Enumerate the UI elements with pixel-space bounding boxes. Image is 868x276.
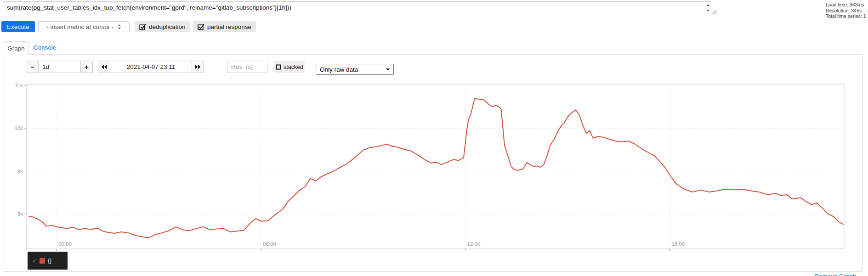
- svg-text:00:00: 00:00: [58, 241, 72, 247]
- legend-swatch-icon: [40, 258, 45, 264]
- insert-metric-label: - insert metric at cursor -: [46, 23, 113, 30]
- deduplication-button[interactable]: deduplication: [135, 21, 190, 32]
- partial-response-button[interactable]: partial response: [193, 21, 256, 32]
- chart-svg[interactable]: 8k9k10k11k00:0006:0012:0018:00: [0, 80, 868, 253]
- remove-graph-button[interactable]: Remove Graph: [814, 273, 857, 276]
- end-time-value: 2021-04-07 23:11: [127, 63, 176, 70]
- insert-metric-select[interactable]: - insert metric at cursor -: [38, 21, 130, 32]
- range-decrease-button[interactable]: −: [27, 61, 39, 73]
- select-caret-icon: [386, 68, 390, 71]
- query-stats: Load time: 363ms Resolution: 345s Total …: [826, 2, 866, 19]
- total-time-series: Total time series: 1: [826, 13, 866, 19]
- chart-region: 8k9k10k11k00:0006:0012:0018:00: [0, 80, 868, 253]
- expression-browser: sum(rate(pg_stat_user_tables_idx_tup_fet…: [0, 0, 868, 276]
- end-time-input[interactable]: 2021-04-07 23:11: [110, 61, 192, 73]
- svg-text:9k: 9k: [17, 169, 23, 174]
- checkbox-checked-icon: [198, 23, 204, 30]
- legend-series-label: {}: [48, 258, 51, 264]
- resolution-input[interactable]: Res. (s): [227, 61, 267, 73]
- resize-grip-icon[interactable]: [712, 10, 717, 15]
- checkbox-unchecked-icon: [276, 64, 281, 70]
- select-updown-icon: [118, 24, 121, 30]
- partial-response-label: partial response: [207, 23, 251, 30]
- resolution-placeholder: Res. (s): [231, 63, 253, 70]
- scroll-down-icon[interactable]: [705, 8, 710, 14]
- time-back-button[interactable]: [98, 61, 110, 73]
- query-text: sum(rate(pg_stat_user_tables_idx_tup_fet…: [7, 4, 291, 11]
- raw-data-selected: Only raw data: [320, 66, 358, 73]
- time-forward-button[interactable]: [192, 61, 204, 73]
- fast-forward-icon: [195, 64, 201, 69]
- stacked-label: stacked: [284, 64, 303, 70]
- legend-check-icon: ✓: [32, 258, 37, 264]
- stacked-toggle-button[interactable]: stacked: [274, 61, 305, 73]
- query-input[interactable]: sum(rate(pg_stat_user_tables_idx_tup_fet…: [3, 1, 711, 14]
- svg-text:8k: 8k: [17, 211, 23, 217]
- load-time: Load time: 363ms: [826, 2, 866, 8]
- range-value: 1d: [42, 63, 49, 70]
- query-scrollbar[interactable]: [705, 2, 710, 13]
- resolution: Resolution: 345s: [826, 8, 866, 14]
- checkbox-checked-icon: [139, 23, 146, 30]
- rewind-icon: [101, 64, 107, 69]
- range-increase-button[interactable]: +: [80, 61, 93, 73]
- svg-text:11k: 11k: [15, 83, 23, 88]
- tab-console[interactable]: Console: [34, 44, 57, 51]
- svg-text:12:00: 12:00: [467, 241, 481, 247]
- legend-item[interactable]: ✓ {}: [28, 252, 68, 270]
- range-input[interactable]: 1d: [38, 61, 81, 73]
- svg-text:06:00: 06:00: [263, 241, 276, 247]
- scroll-up-icon[interactable]: [705, 2, 710, 8]
- execute-button[interactable]: Execute: [1, 21, 35, 32]
- svg-text:18:00: 18:00: [671, 241, 685, 247]
- tab-graph[interactable]: Graph: [4, 41, 28, 55]
- deduplication-label: deduplication: [149, 23, 186, 30]
- raw-data-select[interactable]: Only raw data: [316, 64, 394, 75]
- svg-text:10k: 10k: [14, 125, 23, 131]
